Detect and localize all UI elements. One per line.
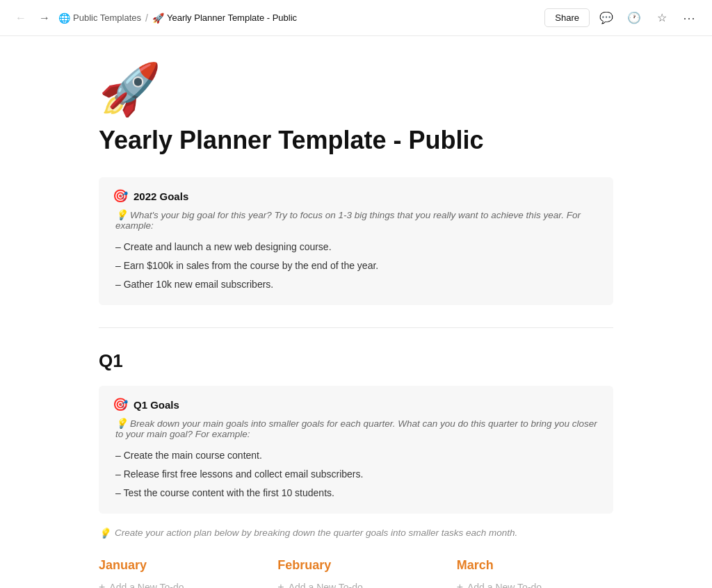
yearly-goals-list: – Create and launch a new web designing … [113,238,599,294]
favorite-button[interactable]: ☆ [651,7,673,29]
star-icon: ☆ [657,11,667,24]
breadcrumb: 🌐 Public Templates / 🚀 Yearly Planner Te… [58,13,297,24]
month-col-march: March + Add a New To-do [457,558,613,588]
q1-goals-title: Q1 Goals [134,399,179,411]
yearly-goals-header: 🎯 2022 Goals [113,188,599,204]
q1-goals-list: – Create the main course content. – Rele… [113,446,599,503]
q1-goals-header: 🎯 Q1 Goals [113,397,599,412]
section-divider [99,327,613,328]
rocket-icon: 🚀 [152,13,164,24]
add-todo-label-january: Add a New To-do [109,582,184,588]
list-item: – Create and launch a new web designing … [115,238,599,256]
list-item: – Gather 10k new email subscribers. [115,275,599,294]
breadcrumb-parent-label: Public Templates [73,13,141,23]
topbar-right: Share 💬 🕐 ☆ ⋯ [544,7,701,29]
month-col-january: January + Add a New To-do [99,558,255,588]
page-title: Yearly Planner Template - Public [99,125,613,155]
action-hint-icon: 💡 [99,528,111,539]
list-item: – Earn $100k in sales from the course by… [115,256,599,275]
yearly-goals-hint: 💡What's your big goal for this year? Try… [113,209,599,231]
q1-goals-block: 🎯 Q1 Goals 💡Break down your main goals i… [99,386,613,514]
months-grid: January + Add a New To-do February + Add… [99,558,613,588]
add-todo-march[interactable]: + Add a New To-do [457,581,613,588]
globe-icon: 🌐 [58,13,70,24]
back-button[interactable]: ← [11,8,31,28]
page-icon: 🚀 [99,64,613,114]
history-icon: 🕐 [627,11,641,24]
yearly-goals-title: 2022 Goals [134,190,188,202]
month-name-february: February [277,558,434,573]
q1-goals-hint-icon: 💡 [115,418,127,429]
list-item: – Test the course content with the first… [115,484,599,503]
q1-goals-icon: 🎯 [113,397,128,412]
month-name-january: January [99,558,255,573]
topbar-left: ← → 🌐 Public Templates / 🚀 Yearly Planne… [11,8,297,28]
list-item: – Release first free lessons and collect… [115,465,599,484]
history-button[interactable]: 🕐 [623,7,645,29]
more-button[interactable]: ⋯ [679,7,701,29]
share-button[interactable]: Share [544,8,590,27]
month-name-march: March [457,558,613,573]
yearly-goals-hint-icon: 💡 [115,209,127,220]
add-todo-label-february: Add a New To-do [289,582,363,588]
add-todo-january[interactable]: + Add a New To-do [99,581,255,588]
comment-icon: 💬 [599,11,613,24]
main-content: 🚀 Yearly Planner Template - Public 🎯 202… [43,36,669,588]
q1-goals-hint: 💡Break down your main goals into smaller… [113,418,599,439]
yearly-goals-block: 🎯 2022 Goals 💡What's your big goal for t… [99,177,613,305]
breadcrumb-separator: / [145,13,148,24]
breadcrumb-current-label: Yearly Planner Template - Public [167,13,297,23]
breadcrumb-current: 🚀 Yearly Planner Template - Public [152,13,297,24]
action-hint-text: Create your action plan below by breakin… [115,528,517,538]
more-icon: ⋯ [683,10,697,26]
yearly-goals-icon: 🎯 [113,188,128,204]
add-todo-icon-january: + [99,581,105,588]
q1-heading: Q1 [99,350,613,372]
month-col-february: February + Add a New To-do [277,558,434,588]
add-todo-icon-march: + [457,581,463,588]
add-todo-label-march: Add a New To-do [467,582,542,588]
list-item: – Create the main course content. [115,446,599,465]
add-todo-icon-february: + [277,581,284,588]
breadcrumb-parent-link[interactable]: 🌐 Public Templates [58,13,141,24]
forward-button[interactable]: → [35,8,54,28]
action-hint: 💡 Create your action plan below by break… [99,528,613,539]
comment-button[interactable]: 💬 [595,7,617,29]
topbar: ← → 🌐 Public Templates / 🚀 Yearly Planne… [0,0,712,36]
add-todo-february[interactable]: + Add a New To-do [277,581,434,588]
